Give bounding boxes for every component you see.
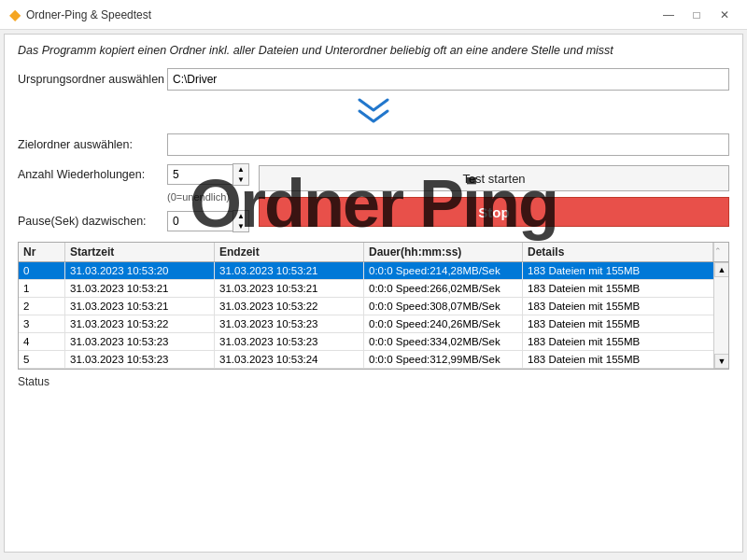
table-body-area: 0 31.03.2023 10:53:20 31.03.2023 10:53:2… xyxy=(19,262,728,369)
cell-start: 31.03.2023 10:53:21 xyxy=(65,280,215,297)
cell-nr: 4 xyxy=(19,333,65,350)
maximize-button[interactable]: □ xyxy=(684,6,710,24)
app-icon: ◆ xyxy=(9,6,21,23)
cell-start: 31.03.2023 10:53:22 xyxy=(65,315,215,332)
cell-duration: 0:0:0 Speed:240,26MB/Sek xyxy=(364,315,523,332)
controls-row: Anzahl Wiederholungen: ▲ ▼ (0=unendlich)… xyxy=(18,163,729,234)
cell-details: 183 Dateien mit 155MB xyxy=(523,280,713,297)
scroll-track xyxy=(714,277,728,354)
pause-input[interactable] xyxy=(167,211,233,231)
scroll-header-spacer: ⌃ xyxy=(713,243,728,261)
main-content: Ordner Ping Das Programm kopiert einen O… xyxy=(4,34,743,553)
cell-duration: 0:0:0 Speed:308,07MB/Sek xyxy=(364,298,523,315)
status-bar: Status xyxy=(18,375,729,388)
col-endzeit: Endzeit xyxy=(215,243,364,261)
cell-nr: 2 xyxy=(19,298,65,315)
col-details: Details xyxy=(523,243,713,261)
table-row[interactable]: 4 31.03.2023 10:53:23 31.03.2023 10:53:2… xyxy=(19,333,713,351)
cell-nr: 5 xyxy=(19,351,65,368)
scroll-down-button[interactable]: ▼ xyxy=(714,354,729,369)
minimize-button[interactable]: — xyxy=(655,6,682,24)
pause-spin-buttons: ▲ ▼ xyxy=(233,210,249,232)
repeat-up-button[interactable]: ▲ xyxy=(233,164,248,175)
cell-details: 183 Dateien mit 155MB xyxy=(523,351,713,368)
cell-nr: 3 xyxy=(19,315,65,332)
col-nr: Nr xyxy=(19,243,65,261)
repeat-row: Anzahl Wiederholungen: ▲ ▼ xyxy=(18,163,249,186)
table-row[interactable]: 1 31.03.2023 10:53:21 31.03.2023 10:53:2… xyxy=(19,280,713,298)
double-chevron-icon xyxy=(355,98,392,126)
app-title: Ordner-Ping & Speedtest xyxy=(26,8,151,21)
col-startzeit: Startzeit xyxy=(65,243,215,261)
pause-label: Pause(Sek) dazwischen: xyxy=(18,215,167,228)
title-bar: ◆ Ordner-Ping & Speedtest — □ ✕ xyxy=(0,0,747,30)
repeat-spin-buttons: ▲ ▼ xyxy=(233,163,249,186)
cell-end: 31.03.2023 10:53:24 xyxy=(215,351,364,368)
pause-up-button[interactable]: ▲ xyxy=(233,211,248,221)
scrollbar: ▲ ▼ xyxy=(713,262,728,369)
pause-row: Pause(Sek) dazwischen: ▲ ▼ xyxy=(18,210,249,232)
cell-duration: 0:0:0 Speed:266,02MB/Sek xyxy=(364,280,523,297)
repeat-sub-label: (0=unendlich) xyxy=(167,191,249,203)
window-controls: — □ ✕ xyxy=(655,6,738,24)
repeat-input[interactable] xyxy=(167,164,233,185)
table-rows-container: 0 31.03.2023 10:53:20 31.03.2023 10:53:2… xyxy=(19,262,713,369)
start-button[interactable]: Test starten xyxy=(259,165,729,191)
cell-details: 183 Dateien mit 155MB xyxy=(523,333,713,350)
source-folder-row: Ursprungsordner auswählen xyxy=(18,68,729,91)
cell-start: 31.03.2023 10:53:23 xyxy=(65,351,215,368)
cell-details: 183 Dateien mit 155MB xyxy=(523,298,713,315)
source-input[interactable] xyxy=(167,68,729,91)
source-label: Ursprungsordner auswählen xyxy=(18,73,167,86)
repeat-down-button[interactable]: ▼ xyxy=(233,175,248,185)
target-input[interactable] xyxy=(167,133,729,156)
scroll-up-button[interactable]: ▲ xyxy=(714,262,729,277)
table-row[interactable]: 0 31.03.2023 10:53:20 31.03.2023 10:53:2… xyxy=(19,262,713,280)
cell-end: 31.03.2023 10:53:21 xyxy=(215,280,364,297)
arrow-area xyxy=(18,98,729,130)
close-button[interactable]: ✕ xyxy=(712,6,738,24)
table-row[interactable]: 2 31.03.2023 10:53:21 31.03.2023 10:53:2… xyxy=(19,298,713,315)
repeat-spinner: ▲ ▼ xyxy=(167,163,249,186)
cell-details: 183 Dateien mit 155MB xyxy=(523,315,713,332)
cell-duration: 0:0:0 Speed:334,02MB/Sek xyxy=(364,333,523,350)
left-controls: Anzahl Wiederholungen: ▲ ▼ (0=unendlich)… xyxy=(18,163,249,234)
table-header: Nr Startzeit Endzeit Dauer(hh:mm:ss) Det… xyxy=(19,243,728,262)
description-text: Das Programm kopiert einen Ordner inkl. … xyxy=(18,44,729,57)
cell-duration: 0:0:0 Speed:312,99MB/Sek xyxy=(364,351,523,368)
table-row[interactable]: 3 31.03.2023 10:53:22 31.03.2023 10:53:2… xyxy=(19,315,713,333)
right-controls: Test starten Stop xyxy=(259,163,729,227)
cell-end: 31.03.2023 10:53:21 xyxy=(215,262,364,279)
cell-duration: 0:0:0 Speed:214,28MB/Sek xyxy=(364,262,523,279)
pause-down-button[interactable]: ▼ xyxy=(233,221,248,231)
cell-start: 31.03.2023 10:53:23 xyxy=(65,333,215,350)
cell-end: 31.03.2023 10:53:23 xyxy=(215,333,364,350)
cell-start: 31.03.2023 10:53:20 xyxy=(65,262,215,279)
cell-end: 31.03.2023 10:53:23 xyxy=(215,315,364,332)
cell-nr: 0 xyxy=(19,262,65,279)
cell-details: 183 Dateien mit 155MB xyxy=(523,262,713,279)
results-table: Nr Startzeit Endzeit Dauer(hh:mm:ss) Det… xyxy=(18,242,729,370)
pause-spinner: ▲ ▼ xyxy=(167,210,249,232)
stop-button[interactable]: Stop xyxy=(259,197,729,227)
cell-nr: 1 xyxy=(19,280,65,297)
col-dauer: Dauer(hh:mm:ss) xyxy=(364,243,523,261)
title-bar-left: ◆ Ordner-Ping & Speedtest xyxy=(9,6,151,23)
cell-end: 31.03.2023 10:53:22 xyxy=(215,298,364,315)
target-folder-row: Zielordner auswählen: xyxy=(18,133,729,156)
target-label: Zielordner auswählen: xyxy=(18,138,167,151)
cell-start: 31.03.2023 10:53:21 xyxy=(65,298,215,315)
repeat-label: Anzahl Wiederholungen: xyxy=(18,168,167,181)
status-label: Status xyxy=(18,375,49,388)
table-row[interactable]: 5 31.03.2023 10:53:23 31.03.2023 10:53:2… xyxy=(19,351,713,369)
